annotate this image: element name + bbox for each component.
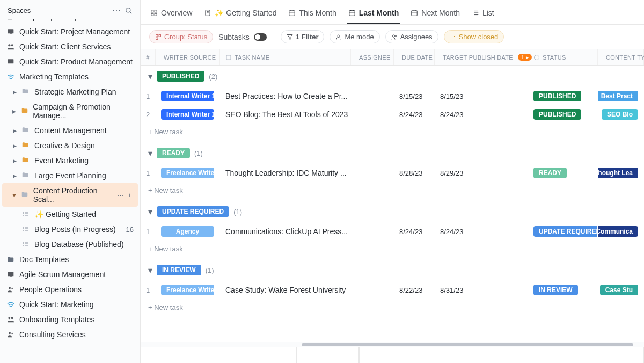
folder-more-icon[interactable]: ⋯ bbox=[117, 191, 124, 199]
col-due[interactable]: DUE DATE bbox=[394, 49, 435, 65]
space-item[interactable]: People Ops Templates bbox=[0, 19, 140, 24]
task-name-cell[interactable]: Communications: ClickUp AI Press... bbox=[220, 223, 351, 239]
tab-last-month[interactable]: Last Month bbox=[347, 5, 400, 24]
writer-cell[interactable]: Freelance Writer bbox=[156, 164, 220, 182]
space-item[interactable]: Quick Start: Marketing bbox=[0, 297, 140, 312]
chevron-down-icon[interactable]: ▾ bbox=[148, 207, 152, 217]
space-item[interactable]: Quick Start: Product Management bbox=[0, 54, 140, 69]
folder-item[interactable]: ▸Content Management bbox=[0, 123, 140, 138]
col-writer[interactable]: WRITER SOURCE bbox=[156, 49, 220, 65]
target-date-cell[interactable]: 8/24/23 bbox=[435, 224, 528, 239]
chevron-down-icon[interactable]: ▾ bbox=[148, 265, 152, 275]
new-task-button[interactable]: + New task bbox=[141, 124, 644, 142]
group-header[interactable]: ▾UPDATE REQUIRED(1) bbox=[141, 201, 644, 222]
folder-item[interactable]: ▸Strategic Marketing Plan bbox=[0, 84, 140, 99]
list-item[interactable]: Blog Database (Published) bbox=[0, 237, 140, 252]
task-row[interactable]: 2 Internal Writer 1 SEO Blog: The Best A… bbox=[141, 105, 644, 124]
sidebar-search-icon[interactable] bbox=[125, 7, 133, 14]
writer-cell[interactable]: Internal Writer 1 bbox=[156, 105, 220, 124]
task-row[interactable]: 1 Freelance Writer Thought Leadership: I… bbox=[141, 164, 644, 182]
subtasks-switch[interactable] bbox=[254, 33, 267, 41]
assignee-cell[interactable] bbox=[351, 92, 394, 100]
list-item[interactable]: ✨ Getting Started bbox=[0, 207, 140, 222]
space-item[interactable]: Agile Scrum Management bbox=[0, 267, 140, 282]
chevron-icon[interactable]: ▸ bbox=[12, 107, 17, 115]
new-task-button[interactable]: + New task bbox=[141, 241, 644, 259]
tab-overview[interactable]: Overview bbox=[149, 5, 193, 24]
task-row[interactable]: 1 Agency Communications: ClickUp AI Pres… bbox=[141, 222, 644, 241]
task-name-cell[interactable]: SEO Blog: The Best AI Tools of 2023 bbox=[220, 106, 351, 122]
tab-this-month[interactable]: This Month bbox=[287, 5, 337, 24]
task-row[interactable]: 1 Internal Writer 1 Best Practices: How … bbox=[141, 87, 644, 105]
due-date-cell[interactable]: 8/24/23 bbox=[394, 224, 435, 239]
group-pill[interactable]: Group: Status bbox=[149, 30, 213, 43]
tab--getting-started[interactable]: ✨ Getting Started bbox=[203, 5, 277, 24]
tab-next-month[interactable]: Next Month bbox=[409, 5, 461, 24]
space-item[interactable]: Quick Start: Project Management bbox=[0, 24, 140, 39]
chevron-down-icon[interactable]: ▾ bbox=[148, 148, 152, 158]
target-date-cell[interactable]: 8/29/23 bbox=[435, 165, 528, 181]
target-date-cell[interactable]: 8/24/23 bbox=[435, 107, 528, 122]
new-task-button[interactable]: + New task bbox=[141, 182, 644, 201]
target-date-cell[interactable]: 8/15/23 bbox=[435, 89, 528, 104]
assignee-cell[interactable] bbox=[351, 169, 394, 177]
status-cell[interactable]: UPDATE REQUIRED bbox=[528, 222, 598, 241]
due-date-cell[interactable]: 8/24/23 bbox=[394, 107, 435, 122]
col-status[interactable]: STATUS bbox=[528, 49, 598, 65]
me-mode-pill[interactable]: Me mode bbox=[330, 30, 379, 43]
folder-item[interactable]: ▸Campaign & Promotion Manage... bbox=[0, 99, 140, 123]
chevron-icon[interactable]: ▸ bbox=[12, 171, 17, 180]
group-header[interactable]: ▾READY(1) bbox=[141, 142, 644, 164]
space-item[interactable]: Doc Templates bbox=[0, 252, 140, 267]
status-cell[interactable]: READY bbox=[528, 164, 598, 182]
task-name-cell[interactable]: Case Study: Wake Forest University bbox=[220, 282, 351, 298]
col-num[interactable]: # bbox=[141, 49, 156, 65]
folder-item[interactable]: ▸Creative & Design bbox=[0, 138, 140, 153]
new-task-button[interactable]: + New task bbox=[141, 299, 644, 318]
folder-item[interactable]: ▸Large Event Planning bbox=[0, 168, 140, 183]
chevron-icon[interactable]: ▾ bbox=[12, 191, 17, 199]
chevron-icon[interactable]: ▸ bbox=[12, 126, 17, 135]
folder-add-icon[interactable]: + bbox=[127, 191, 131, 199]
task-name-cell[interactable]: Best Practices: How to Create a Pr... bbox=[220, 88, 351, 104]
status-cell[interactable]: PUBLISHED bbox=[528, 87, 598, 105]
content-type-cell[interactable]: Thought Lea bbox=[598, 164, 644, 182]
task-name-cell[interactable]: Thought Leadership: IDC Maturity ... bbox=[220, 165, 351, 181]
horizontal-scrollbar[interactable] bbox=[141, 342, 644, 347]
filter-pill[interactable]: 1 Filter bbox=[281, 30, 325, 43]
list-item[interactable]: Blog Posts (In Progress)16 bbox=[0, 222, 140, 237]
status-cell[interactable]: PUBLISHED bbox=[528, 105, 598, 124]
writer-cell[interactable]: Internal Writer 1 bbox=[156, 87, 220, 105]
space-item[interactable]: Marketing Templates bbox=[0, 69, 140, 84]
space-item[interactable]: Quick Start: Client Services bbox=[0, 39, 140, 54]
col-task[interactable]: TASK NAME bbox=[220, 49, 351, 65]
chevron-icon[interactable]: ▸ bbox=[12, 156, 17, 165]
folder-item[interactable]: ▸Event Marketing bbox=[0, 153, 140, 168]
col-target[interactable]: TARGET PUBLISH DATE1 ▸ bbox=[435, 49, 528, 65]
col-assignee[interactable]: ASSIGNEE bbox=[351, 49, 394, 65]
content-type-cell[interactable]: SEO Blo bbox=[598, 105, 644, 124]
sidebar-more-icon[interactable]: ⋯ bbox=[112, 5, 121, 16]
show-closed-pill[interactable]: Show closed bbox=[444, 30, 504, 43]
folder-item[interactable]: ▾Content Production Scal...⋯+ bbox=[2, 183, 138, 207]
space-item[interactable]: Consulting Services bbox=[0, 327, 140, 342]
assignee-cell[interactable] bbox=[351, 286, 394, 294]
content-type-cell[interactable]: Best Pract bbox=[598, 87, 644, 105]
tab-list[interactable]: List bbox=[471, 5, 495, 24]
assignee-cell[interactable] bbox=[351, 228, 394, 235]
due-date-cell[interactable]: 8/22/23 bbox=[394, 282, 435, 298]
group-header[interactable]: ▾IN REVIEW(1) bbox=[141, 259, 644, 281]
assignees-pill[interactable]: Assignees bbox=[385, 30, 438, 43]
chevron-icon[interactable]: ▸ bbox=[12, 141, 17, 150]
space-item[interactable]: People Operations bbox=[0, 282, 140, 297]
space-item[interactable]: Onboarding Templates bbox=[0, 312, 140, 327]
content-type-cell[interactable]: Case Stu bbox=[598, 281, 644, 299]
chevron-down-icon[interactable]: ▾ bbox=[148, 71, 152, 82]
group-header[interactable]: ▾PUBLISHED(2) bbox=[141, 66, 644, 87]
target-date-cell[interactable]: 8/31/23 bbox=[435, 282, 528, 298]
col-content-type[interactable]: CONTENT TYP bbox=[598, 49, 644, 65]
status-cell[interactable]: IN REVIEW bbox=[528, 281, 598, 299]
writer-cell[interactable]: Freelance Writer bbox=[156, 281, 220, 299]
due-date-cell[interactable]: 8/15/23 bbox=[394, 89, 435, 104]
task-row[interactable]: 1 Freelance Writer Case Study: Wake Fore… bbox=[141, 281, 644, 299]
